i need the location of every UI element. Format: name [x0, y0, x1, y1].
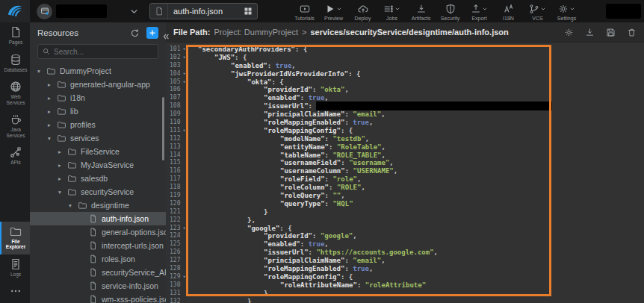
tree-item-service-info-json[interactable]: service-info.json [30, 279, 166, 293]
app-logo[interactable] [0, 0, 30, 22]
editor-settings-button[interactable] [564, 28, 574, 37]
toolbar-i18n-button[interactable]: I18N [495, 1, 522, 21]
search-input[interactable] [54, 48, 153, 56]
code-line-116[interactable]: 116"usernameColumn": "USERNAME", [166, 167, 644, 175]
tree-arrow-collapsed-icon[interactable]: ▸ [48, 122, 56, 128]
tree-arrow-collapsed-icon[interactable]: ▸ [48, 95, 56, 101]
toolbar-security-button[interactable]: Security [436, 1, 464, 21]
rail-item-web-services[interactable]: Web Services [0, 77, 30, 110]
code-line-101[interactable]: 101▾"secondaryAuthProviders": { [166, 46, 644, 54]
code-line-113[interactable]: 113"entityName": "RoleTable", [166, 143, 644, 152]
open-file-tab[interactable]: auth-info.json [149, 3, 258, 19]
tree-item-generated-angular-app[interactable]: ▸generated-angular-app [30, 78, 166, 91]
code-line-115[interactable]: 115"usernameField": "username", [166, 159, 644, 167]
toolbar-preview-button[interactable]: Preview [320, 1, 347, 21]
code-line-106[interactable]: 106"providerId": "okta", [166, 86, 644, 94]
tree-item-roles-json[interactable]: roles.json [30, 252, 166, 266]
tree-item-myjavaservice[interactable]: ▸MyJavaService [30, 158, 166, 172]
fold-toggle-icon[interactable]: ▾ [182, 70, 185, 78]
refresh-icon[interactable] [130, 28, 140, 38]
tree-scrollbar[interactable] [162, 97, 164, 160]
code-line-108[interactable]: 108"issuerUrl": [166, 102, 644, 110]
toolbar-deploy-button[interactable]: Deploy [349, 1, 377, 21]
tree-arrow-collapsed-icon[interactable]: ▸ [48, 108, 56, 115]
tree-item-salesdb[interactable]: ▸salesdb [30, 172, 166, 185]
rail-item-pages[interactable]: Pages [0, 22, 30, 50]
tree-arrow-expanded-icon[interactable]: ▾ [58, 189, 66, 196]
tree-item-securityservice-api-js[interactable]: securityService_API.js [30, 266, 166, 279]
toolbar-export-button[interactable]: Export [465, 1, 493, 21]
tree-item-fileservice[interactable]: ▸FileService [30, 145, 166, 158]
tree-arrow-expanded-icon[interactable]: ▾ [69, 202, 77, 209]
code-line-112[interactable]: 112"modelName": "testdb", [166, 135, 644, 143]
code-editor[interactable]: 101▾"secondaryAuthProviders": {102▾"JWS"… [166, 43, 644, 303]
fold-toggle-icon[interactable]: ▾ [182, 225, 185, 233]
collapse-panel-icon[interactable] [161, 32, 170, 41]
project-avatar[interactable] [37, 4, 52, 19]
tree-arrow-collapsed-icon[interactable]: ▸ [58, 175, 66, 182]
tree-arrow-expanded-icon[interactable]: ▾ [37, 68, 46, 75]
toolbar-vcs-button[interactable]: VCS [524, 1, 551, 21]
code-line-127[interactable]: 127"principalClaimName": "email", [166, 257, 644, 265]
tree-item-dummyproject[interactable]: ▾DummyProject [30, 64, 166, 78]
tree-arrow-collapsed-icon[interactable]: ▸ [58, 149, 66, 155]
code-line-132[interactable]: 132} [166, 298, 644, 303]
code-line-111[interactable]: 111▾"roleMappingConfig": { [166, 127, 644, 135]
fold-toggle-icon[interactable]: ▾ [182, 78, 185, 87]
code-line-117[interactable]: 117"roleField": "role", [166, 175, 644, 184]
tree-item-designtime[interactable]: ▾designtime [30, 199, 166, 212]
rail-item-java-services[interactable]: Java Services [0, 110, 30, 143]
tree-item-lib[interactable]: ▸lib [30, 104, 166, 118]
code-line-114[interactable]: 114"tableName": "ROLE_TABLE", [166, 152, 644, 160]
fold-toggle-icon[interactable]: ▾ [182, 273, 185, 281]
code-line-128[interactable]: 128"roleMappingEnabled": true, [166, 265, 644, 273]
tree-item-wm-xss-policies-json[interactable]: wm-xss-policies.json [30, 293, 166, 303]
tree-arrow-collapsed-icon[interactable]: ▸ [48, 81, 56, 88]
code-line-109[interactable]: 109"principalClaimName": "email", [166, 110, 644, 119]
tree-item-general-options-json[interactable]: general-options.json [30, 225, 166, 239]
rail-item-databases[interactable]: Databases [0, 50, 30, 78]
code-line-118[interactable]: 118"roleColumn": "ROLE", [166, 184, 644, 192]
add-resource-button[interactable] [146, 27, 158, 39]
toolbar-tutorials-button[interactable]: Tutorials [291, 1, 318, 21]
code-line-120[interactable]: 120"queryType": "HQL" [166, 200, 644, 208]
code-line-125[interactable]: 125"enabled": true, [166, 240, 644, 249]
rail-item-logs[interactable]: Logs [0, 254, 30, 282]
tree-arrow-expanded-icon[interactable]: ▾ [48, 135, 56, 142]
code-line-123[interactable]: 123▾"google": { [166, 225, 644, 233]
rail-item-file-explorer[interactable]: File Explorer [0, 222, 30, 254]
code-line-130[interactable]: 130"roleAttributeName": "roleAttribute" [166, 281, 644, 290]
toolbar-settings-button[interactable]: Settings [553, 1, 580, 21]
code-line-104[interactable]: 104▾"jwsProviderIdVsProviderInfo": { [166, 70, 644, 78]
code-line-110[interactable]: 110"roleMappingEnabled": true, [166, 119, 644, 127]
code-line-131[interactable]: 131} [166, 290, 644, 298]
tree-item-auth-info-json[interactable]: auth-info.json [30, 212, 166, 225]
tree-item-securityservice[interactable]: ▾securityService [30, 185, 166, 199]
code-line-119[interactable]: 119"roleQuery": "", [166, 192, 644, 200]
fold-toggle-icon[interactable]: ▾ [182, 127, 185, 135]
code-line-122[interactable]: 122}, [166, 216, 644, 225]
fold-toggle-icon[interactable]: ▾ [182, 46, 185, 54]
fold-toggle-icon[interactable]: ▾ [182, 54, 185, 62]
download-file-button[interactable] [585, 28, 595, 37]
project-switcher-chevron-icon[interactable] [129, 7, 139, 16]
toolbar-artifacts-button[interactable]: Artifacts [407, 1, 435, 21]
toolbar-jobs-button[interactable]: Jobs [378, 1, 406, 21]
delete-file-button[interactable] [627, 28, 637, 37]
tree-arrow-collapsed-icon[interactable]: ▸ [58, 162, 66, 169]
code-line-103[interactable]: 103"enabled": true, [166, 62, 644, 70]
dashboard-grid-icon[interactable] [239, 7, 257, 16]
code-line-121[interactable]: 121} [166, 208, 644, 216]
code-line-124[interactable]: 124"providerId": "google", [166, 232, 644, 240]
code-line-129[interactable]: 129▾"roleMappingConfig": { [166, 273, 644, 281]
save-file-button[interactable] [606, 28, 616, 37]
tree-item-i18n[interactable]: ▸i18n [30, 91, 166, 104]
tree-item-profiles[interactable]: ▸profiles [30, 118, 166, 131]
tree-item-services[interactable]: ▾services [30, 131, 166, 145]
rail-item-apis[interactable]: APIs [0, 143, 30, 170]
code-line-102[interactable]: 102▾"JWS": { [166, 54, 644, 62]
code-line-126[interactable]: 126"issuerUrl": "https://accounts.google… [166, 249, 644, 257]
rail-item-more[interactable] [0, 281, 30, 303]
tree-item-intercept-urls-json[interactable]: intercept-urls.json [30, 239, 166, 252]
code-line-105[interactable]: 105▾"okta": { [166, 78, 644, 87]
